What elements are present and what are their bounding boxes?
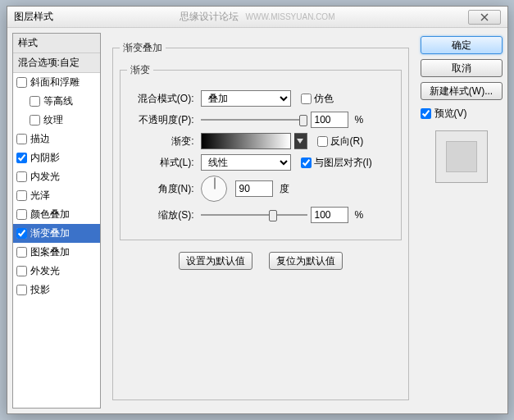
main-panel: 渐变叠加 渐变 混合模式(O): 叠加 仿色 不透明度(P): xyxy=(106,33,416,409)
sidebar-item-label: 纹理 xyxy=(43,113,63,127)
panel-subtitle: 渐变 xyxy=(127,63,153,77)
percent-label: % xyxy=(355,209,364,221)
gradient-label: 渐变: xyxy=(127,135,194,148)
sidebar-item[interactable]: 渐变叠加 xyxy=(13,224,100,243)
style-checkbox[interactable] xyxy=(16,153,27,163)
sidebar-item-label: 颜色叠加 xyxy=(30,208,70,221)
sidebar-item-label: 光泽 xyxy=(30,189,50,203)
preview-swatch xyxy=(435,130,488,183)
reverse-checkbox[interactable]: 反向(R) xyxy=(317,135,364,148)
ok-button[interactable]: 确定 xyxy=(421,36,503,54)
layer-style-dialog: 图层样式 思缘设计论坛 WWW.MISSYUAN.COM 样式 混合选项:自定 … xyxy=(7,6,508,414)
reset-default-button[interactable]: 复位为默认值 xyxy=(269,252,343,270)
blend-mode-label: 混合模式(O): xyxy=(127,92,194,106)
sidebar-item-label: 图案叠加 xyxy=(30,245,70,259)
angle-dial[interactable] xyxy=(201,176,227,202)
sidebar-item[interactable]: 外发光 xyxy=(13,262,100,281)
sidebar-item[interactable]: 投影 xyxy=(13,281,100,299)
style-select[interactable]: 线性 xyxy=(201,154,291,171)
scale-label: 缩放(S): xyxy=(127,208,194,222)
window-title: 图层样式 xyxy=(14,10,53,24)
style-checkbox[interactable] xyxy=(16,209,27,220)
dialog-body: 样式 混合选项:自定 斜面和浮雕等高线纹理描边内阴影内发光光泽颜色叠加渐变叠加图… xyxy=(7,28,507,413)
style-checkbox[interactable] xyxy=(16,77,27,88)
style-checkbox[interactable] xyxy=(16,266,27,276)
sidebar-item[interactable]: 等高线 xyxy=(13,92,100,111)
opacity-input[interactable] xyxy=(311,112,348,128)
sidebar-item[interactable]: 光泽 xyxy=(13,186,100,205)
new-style-button[interactable]: 新建样式(W)... xyxy=(421,82,503,100)
style-label: 样式(L): xyxy=(127,156,194,170)
sidebar-item-label: 渐变叠加 xyxy=(30,226,70,240)
angle-unit: 度 xyxy=(280,182,289,196)
gradient-group: 渐变 混合模式(O): 叠加 仿色 不透明度(P): % xyxy=(120,63,402,240)
close-button[interactable] xyxy=(468,10,501,25)
style-checkbox[interactable] xyxy=(16,285,27,295)
right-column: 确定 取消 新建样式(W)... 预览(V) xyxy=(421,33,503,409)
sidebar-item-label: 投影 xyxy=(30,283,50,297)
opacity-slider[interactable] xyxy=(201,113,307,126)
align-checkbox[interactable]: 与图层对齐(I) xyxy=(301,156,372,170)
sidebar-item[interactable]: 内发光 xyxy=(13,167,100,186)
close-icon xyxy=(480,13,489,21)
style-checkbox[interactable] xyxy=(16,171,27,182)
titlebar: 图层样式 思缘设计论坛 WWW.MISSYUAN.COM xyxy=(7,7,507,28)
sidebar-item-label: 内发光 xyxy=(30,170,60,184)
gradient-dropdown[interactable] xyxy=(294,133,307,149)
gradient-swatch[interactable] xyxy=(201,133,291,149)
style-checkbox[interactable] xyxy=(30,96,40,107)
chevron-down-icon xyxy=(297,139,303,144)
sidebar-item-label: 描边 xyxy=(30,132,50,146)
style-checkbox[interactable] xyxy=(16,228,27,239)
blend-mode-select[interactable]: 叠加 xyxy=(201,90,291,107)
sidebar-item-label: 等高线 xyxy=(43,94,73,108)
sidebar-item[interactable]: 斜面和浮雕 xyxy=(13,73,100,92)
sidebar-item[interactable]: 颜色叠加 xyxy=(13,205,100,224)
scale-slider[interactable] xyxy=(201,208,307,221)
styles-sidebar: 样式 混合选项:自定 斜面和浮雕等高线纹理描边内阴影内发光光泽颜色叠加渐变叠加图… xyxy=(12,33,101,409)
panel-title: 渐变叠加 xyxy=(120,41,166,55)
angle-input[interactable] xyxy=(235,180,273,197)
style-checkbox[interactable] xyxy=(16,134,27,144)
style-checkbox[interactable] xyxy=(16,190,27,201)
style-checkbox[interactable] xyxy=(16,247,27,258)
style-checkbox[interactable] xyxy=(30,115,40,126)
sidebar-header[interactable]: 样式 xyxy=(13,34,100,53)
scale-input[interactable] xyxy=(311,207,348,223)
sidebar-item-label: 斜面和浮雕 xyxy=(30,75,80,89)
dither-checkbox[interactable]: 仿色 xyxy=(301,92,334,106)
sidebar-item-label: 外发光 xyxy=(30,264,60,278)
blending-options[interactable]: 混合选项:自定 xyxy=(13,53,100,73)
make-default-button[interactable]: 设置为默认值 xyxy=(179,252,252,270)
sidebar-item-label: 内阴影 xyxy=(30,151,60,165)
sidebar-item[interactable]: 图案叠加 xyxy=(13,243,100,262)
sidebar-item[interactable]: 纹理 xyxy=(13,111,100,130)
angle-label: 角度(N): xyxy=(127,182,194,196)
percent-label: % xyxy=(355,114,364,126)
watermark: 思缘设计论坛 WWW.MISSYUAN.COM xyxy=(180,10,335,24)
opacity-label: 不透明度(P): xyxy=(127,113,194,127)
sidebar-item[interactable]: 内阴影 xyxy=(13,148,100,167)
sidebar-item[interactable]: 描边 xyxy=(13,130,100,148)
preview-checkbox[interactable]: 预览(V) xyxy=(421,107,503,121)
cancel-button[interactable]: 取消 xyxy=(421,59,503,77)
gradient-overlay-group: 渐变叠加 渐变 混合模式(O): 叠加 仿色 不透明度(P): xyxy=(112,41,409,400)
